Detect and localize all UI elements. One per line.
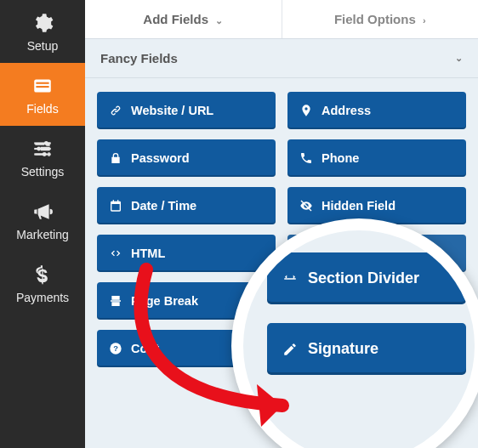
dollar-icon: $	[31, 264, 54, 286]
field-website-url[interactable]: Website / URL	[97, 92, 276, 129]
field-address[interactable]: Address	[287, 92, 466, 129]
chevron-down-icon: ⌄	[215, 15, 223, 26]
sidebar-item-label: Setup	[27, 39, 59, 53]
divider-icon	[282, 271, 298, 286]
callout-signature[interactable]: Signature	[267, 323, 466, 375]
callout-label: Section Divider	[308, 269, 419, 287]
tab-label: Field Options	[334, 12, 416, 26]
callout-section-divider[interactable]: Section Divider	[267, 252, 466, 304]
pagebreak-icon	[109, 294, 122, 308]
tab-add-fields[interactable]: Add Fields ⌄	[85, 0, 282, 38]
sidebar-item-marketing[interactable]: Marketing	[0, 189, 85, 252]
field-label: Password	[131, 151, 190, 165]
sidebar-item-settings[interactable]: Settings	[0, 126, 85, 189]
help-icon: ?	[109, 342, 122, 355]
field-label: HTML	[131, 247, 165, 260]
field-label: Cont	[131, 342, 159, 355]
sidebar-item-label: Settings	[21, 165, 65, 179]
calendar-icon	[109, 199, 122, 213]
field-date-time[interactable]: Date / Time	[97, 187, 276, 224]
svg-point-8	[43, 152, 47, 156]
svg-rect-2	[36, 86, 48, 88]
eye-off-icon	[299, 199, 313, 213]
code-icon	[109, 247, 122, 260]
sliders-icon	[31, 138, 54, 160]
sidebar: Setup Fields Settings Marketing $ Paymen…	[0, 0, 85, 448]
content: Add Fields ⌄ Field Options › Fancy Field…	[85, 0, 478, 448]
field-password[interactable]: Password	[97, 139, 276, 177]
phone-icon	[299, 151, 313, 165]
sidebar-item-payments[interactable]: $ Payments	[0, 252, 85, 315]
field-label: Website / URL	[131, 104, 213, 117]
pencil-icon	[282, 342, 298, 357]
svg-point-6	[44, 141, 48, 145]
field-label: Date / Time	[131, 199, 196, 213]
svg-point-7	[37, 147, 41, 151]
sidebar-item-label: Fields	[26, 102, 58, 116]
svg-rect-4	[34, 148, 51, 150]
field-phone[interactable]: Phone	[287, 139, 466, 177]
sidebar-item-fields[interactable]: Fields	[0, 63, 85, 126]
link-icon	[109, 104, 122, 117]
sidebar-item-label: Payments	[16, 291, 69, 304]
lock-icon	[109, 151, 122, 165]
svg-text:$: $	[37, 265, 48, 286]
svg-rect-3	[34, 142, 51, 144]
field-label: Address	[322, 104, 371, 117]
svg-text:?: ?	[113, 344, 118, 353]
callout-label: Signature	[308, 340, 378, 358]
chevron-right-icon: ›	[423, 15, 426, 26]
pin-icon	[299, 104, 313, 117]
panel-title: Fancy Fields	[100, 51, 178, 65]
tabs: Add Fields ⌄ Field Options ›	[85, 0, 478, 39]
megaphone-icon	[31, 201, 54, 223]
svg-rect-1	[36, 82, 48, 84]
panel-header-fancy-fields[interactable]: Fancy Fields ⌄	[85, 39, 478, 78]
sidebar-item-label: Marketing	[16, 228, 68, 241]
tab-label: Add Fields	[143, 12, 208, 26]
field-label: Phone	[322, 151, 359, 165]
field-label: Hidden Field	[322, 199, 395, 213]
form-icon	[31, 75, 54, 97]
gear-icon	[31, 12, 54, 34]
chevron-down-icon: ⌄	[455, 53, 463, 64]
field-hidden[interactable]: Hidden Field	[287, 187, 466, 224]
field-html[interactable]: HTML	[97, 235, 276, 272]
sidebar-item-setup[interactable]: Setup	[0, 0, 85, 63]
tab-field-options[interactable]: Field Options ›	[282, 0, 479, 38]
field-label: Page Break	[131, 294, 198, 308]
